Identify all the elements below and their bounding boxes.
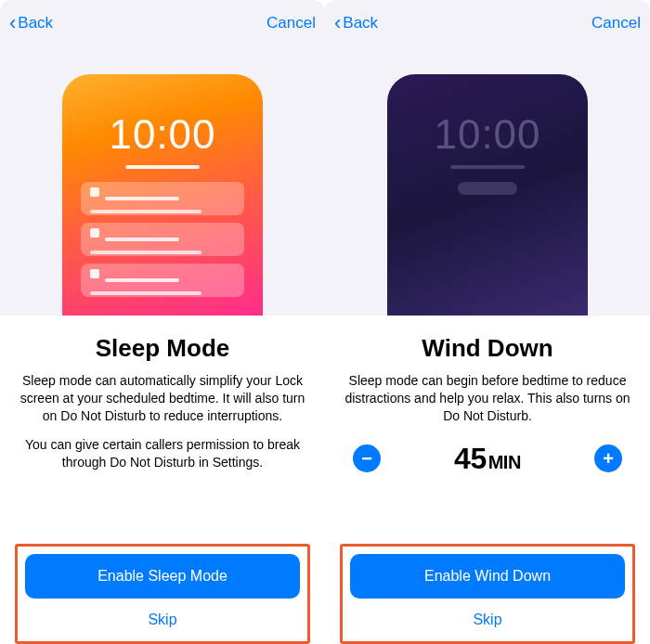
back-button[interactable]: ‹ Back	[9, 13, 53, 33]
content-area: Wind Down Sleep mode can begin before be…	[325, 316, 650, 644]
description-text: Sleep mode can begin before bedtime to r…	[340, 372, 635, 425]
wind-down-screen: ‹ Back Cancel 10:00 Wind Down Sleep mode…	[325, 0, 650, 644]
notification-card	[81, 264, 244, 297]
enable-sleep-mode-button[interactable]: Enable Sleep Mode	[25, 554, 300, 599]
cancel-button[interactable]: Cancel	[266, 14, 316, 32]
back-label: Back	[343, 14, 378, 32]
notification-card	[81, 182, 244, 215]
hero-area: 10:00	[0, 46, 325, 316]
page-title: Sleep Mode	[15, 334, 310, 363]
phone-underline	[125, 165, 200, 169]
phone-pill	[458, 182, 517, 195]
back-label: Back	[18, 14, 53, 32]
phone-preview: 10:00	[62, 74, 263, 316]
sleep-mode-screen: ‹ Back Cancel 10:00 Sleep Mode Sleep mod…	[0, 0, 325, 644]
phone-time: 10:00	[387, 111, 588, 158]
enable-wind-down-button[interactable]: Enable Wind Down	[350, 554, 625, 599]
cancel-button[interactable]: Cancel	[592, 14, 641, 32]
skip-button[interactable]: Skip	[25, 599, 300, 632]
action-group: Enable Wind Down Skip	[340, 544, 635, 644]
increase-button[interactable]: +	[594, 444, 622, 472]
chevron-left-icon: ‹	[334, 13, 341, 33]
duration-unit: MIN	[488, 452, 521, 472]
content-area: Sleep Mode Sleep mode can automatically …	[0, 316, 325, 644]
phone-preview: 10:00	[387, 74, 588, 316]
action-group: Enable Sleep Mode Skip	[15, 544, 310, 644]
duration-number: 45	[454, 442, 487, 475]
plus-icon: +	[603, 448, 614, 470]
back-button[interactable]: ‹ Back	[334, 13, 378, 33]
duration-stepper: − 45MIN +	[340, 436, 635, 476]
decrease-button[interactable]: −	[353, 444, 381, 472]
skip-button[interactable]: Skip	[350, 599, 625, 632]
duration-value: 45MIN	[454, 442, 521, 476]
phone-time: 10:00	[62, 111, 263, 158]
nav-bar: ‹ Back Cancel	[325, 0, 650, 46]
notification-card	[81, 223, 244, 256]
description-text-secondary: You can give certain callers permission …	[15, 436, 310, 471]
chevron-left-icon: ‹	[9, 13, 16, 33]
hero-area: 10:00	[325, 46, 650, 316]
page-title: Wind Down	[340, 334, 635, 363]
description-text: Sleep mode can automatically simplify yo…	[15, 372, 310, 425]
minus-icon: −	[361, 448, 372, 470]
nav-bar: ‹ Back Cancel	[0, 0, 325, 46]
phone-underline	[450, 165, 525, 169]
